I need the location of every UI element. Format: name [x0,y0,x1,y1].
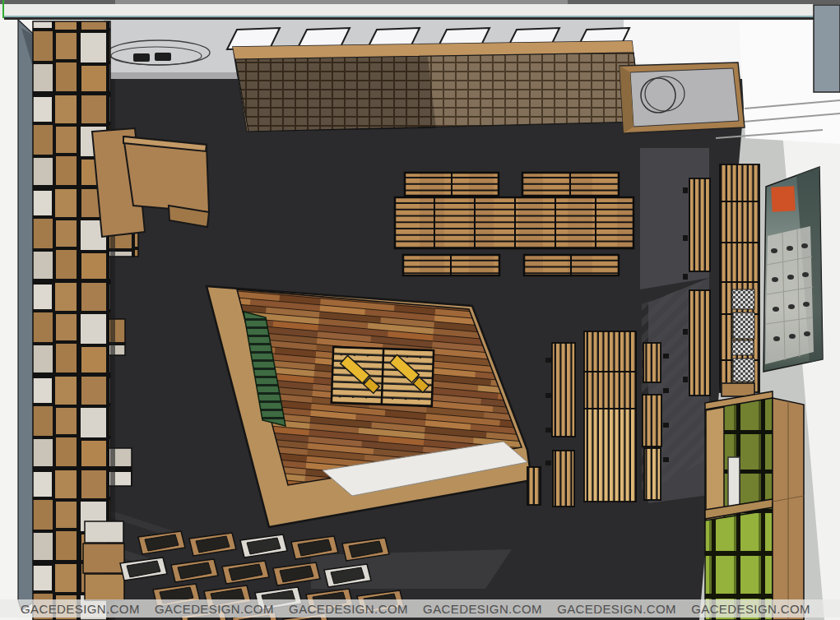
wall-slat-tower [720,164,759,392]
watermark-band: GACEDESIGN.COM GACEDESIGN.COM GACEDESIGN… [0,599,840,618]
wall-top-teal-line [4,16,838,17]
watermark-text: GACEDESIGN.COM [557,602,676,616]
poster-board [763,167,823,372]
watermark-text: GACEDESIGN.COM [423,602,542,616]
slat-table-center [584,331,636,409]
wall-slat-panel [689,290,710,396]
slat-bench [527,467,541,505]
slat-bench [643,343,661,382]
storage-box [85,521,123,543]
slat-bench [643,395,661,446]
top-frame [0,0,840,20]
ceiling-vent-icon [133,53,150,62]
storage-box [85,574,124,600]
wall-top-edge-line [4,17,838,20]
slat-table-center [584,409,636,502]
scene-svg [0,0,840,620]
wall-slat-panel [689,178,710,271]
left-outer-strip [0,20,18,620]
slat-bench [644,448,661,500]
watermark-text: GACEDESIGN.COM [289,602,408,616]
axis-line-green [2,0,4,18]
storage-box [83,544,124,573]
fixture-base [722,383,754,396]
watermark-text: GACEDESIGN.COM [691,602,810,616]
watermark-text: GACEDESIGN.COM [155,602,274,616]
slat-bench [552,343,575,437]
slat-bench [553,451,574,507]
green-shelving [705,391,804,620]
corner-box [814,5,840,92]
render-canvas: GACEDESIGN.COM GACEDESIGN.COM GACEDESIGN… [0,0,840,620]
poster-orange-square [771,186,796,211]
ceiling-vent-icon [155,53,171,61]
top-bar-light-segment [115,0,568,4]
platform-slat-table [332,347,434,406]
slatted-wall-panel [233,41,642,132]
panel-shadow-half [235,57,436,132]
watermark-text: GACEDESIGN.COM [21,602,140,616]
shelf-white-cell [728,457,740,508]
top-light-band [0,4,840,16]
shelf-items-checker [732,289,754,382]
